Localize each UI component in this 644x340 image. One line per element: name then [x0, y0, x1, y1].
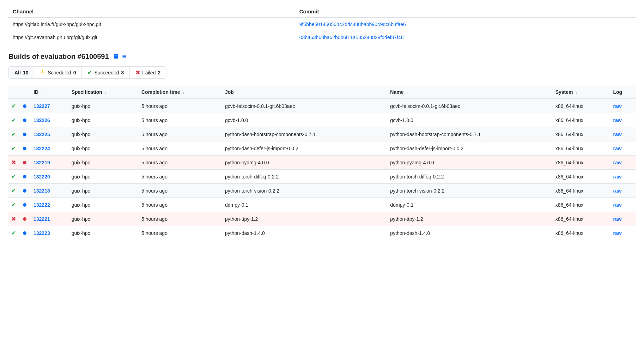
- log-link[interactable]: raw: [613, 146, 621, 151]
- status-cell: ✔: [8, 99, 20, 113]
- failed-icon: ✖: [135, 69, 140, 76]
- commit-header: Commit: [295, 6, 636, 18]
- dot-blue: [23, 203, 26, 207]
- status-cell: ✔: [8, 113, 20, 127]
- build-id-link[interactable]: 132224: [34, 146, 50, 151]
- success-icon: ✔: [11, 230, 16, 236]
- failed-icon: ✖: [11, 159, 16, 165]
- channel-row: https://git.savannah.gnu.org/git/guix.gi…: [8, 31, 636, 44]
- table-row: ✔ 132224 guix-hpc 5 hours ago python-das…: [8, 141, 636, 156]
- name-cell: gcvb-1.0.0: [387, 113, 552, 127]
- dot-blue: [23, 175, 26, 178]
- dot-red: [23, 217, 26, 221]
- name-cell: python-pyamg-4.0.0: [387, 156, 552, 170]
- table-row: ✔ 132222 guix-hpc 5 hours ago ddmpy-0.1 …: [8, 198, 636, 212]
- build-id-link[interactable]: 132223: [34, 230, 50, 236]
- status-cell: ✖: [8, 156, 20, 170]
- system-cell: x86_64-linux: [553, 198, 610, 212]
- id-cell: 132226: [31, 113, 69, 127]
- job-cell: python-torch-diffeq-0.2.2: [222, 170, 387, 184]
- id-cell: 132224: [31, 141, 69, 156]
- table-row: ✖ 132219 guix-hpc 5 hours ago python-pya…: [8, 156, 636, 170]
- monitor-icon[interactable]: [113, 53, 119, 60]
- dot-cell: [20, 141, 31, 156]
- specification-cell: guix-hpc: [69, 156, 139, 170]
- builds-heading-title: Builds of evaluation #6100591: [8, 53, 109, 61]
- dot-cell: [20, 99, 31, 113]
- job-cell: python-torch-vision-0.2.2: [222, 184, 387, 198]
- job-cell: python-dash-defer-js-import-0.0.2: [222, 141, 387, 156]
- log-cell: raw: [610, 113, 636, 127]
- specification-cell: guix-hpc: [69, 184, 139, 198]
- system-cell: x86_64-linux: [553, 226, 610, 240]
- completion-time-cell: 5 hours ago: [139, 113, 222, 127]
- log-link[interactable]: raw: [613, 230, 621, 236]
- scheduled-icon: ⏱: [40, 69, 45, 76]
- success-icon: ✔: [11, 103, 16, 109]
- col-name: Name ↕: [387, 86, 552, 99]
- completion-time-cell: 5 hours ago: [139, 127, 222, 141]
- log-link[interactable]: raw: [613, 160, 621, 165]
- log-cell: raw: [610, 226, 636, 240]
- channels-table: Channel Commit https://gitlab.inria.fr/g…: [8, 6, 636, 44]
- channel-commit[interactable]: 9f5bbe50145056442ddc488babb9049dc6b3fae6: [295, 18, 636, 31]
- tab-label: Failed: [142, 70, 156, 75]
- col-id: ID ↕: [31, 86, 69, 99]
- filter-tab-failed[interactable]: ✖Failed 2: [130, 67, 166, 78]
- dot-cell: [20, 184, 31, 198]
- log-cell: raw: [610, 141, 636, 156]
- build-id-link[interactable]: 132226: [34, 117, 50, 123]
- dot-blue: [23, 104, 26, 108]
- filter-tab-all[interactable]: All 10: [9, 67, 34, 78]
- dot-cell: [20, 212, 31, 226]
- log-link[interactable]: raw: [613, 188, 621, 194]
- id-cell: 132221: [31, 212, 69, 226]
- log-link[interactable]: raw: [613, 202, 621, 208]
- build-id-link[interactable]: 132218: [34, 188, 50, 194]
- dot-cell: [20, 113, 31, 127]
- channel-commit[interactable]: 03b463b68ba62b0b6f11a585240829fddef37f48: [295, 31, 636, 44]
- dot-blue: [23, 189, 26, 193]
- id-cell: 132218: [31, 184, 69, 198]
- dot-blue: [23, 133, 26, 136]
- log-link[interactable]: raw: [613, 174, 621, 180]
- build-id-link[interactable]: 132227: [34, 103, 50, 109]
- log-link[interactable]: raw: [613, 216, 621, 222]
- col-specification: Specification ↕: [69, 86, 139, 99]
- tab-count: 10: [23, 70, 29, 75]
- name-cell: python-torch-diffeq-0.2.2: [387, 170, 552, 184]
- name-cell: python-dash-defer-js-import-0.0.2: [387, 141, 552, 156]
- build-id-link[interactable]: 132225: [34, 132, 50, 137]
- log-cell: raw: [610, 198, 636, 212]
- channel-row: https://gitlab.inria.fr/guix-hpc/guix-hp…: [8, 18, 636, 31]
- id-cell: 132222: [31, 198, 69, 212]
- filter-tab-scheduled[interactable]: ⏱Scheduled 0: [34, 67, 82, 78]
- job-cell: ddmpy-0.1: [222, 198, 387, 212]
- col-status-icon: [8, 86, 20, 99]
- completion-time-cell: 5 hours ago: [139, 212, 222, 226]
- build-id-link[interactable]: 132221: [34, 216, 50, 222]
- id-cell: 132223: [31, 226, 69, 240]
- success-icon: ✔: [11, 202, 16, 208]
- completion-time-cell: 5 hours ago: [139, 156, 222, 170]
- commit-link[interactable]: 03b463b68ba62b0b6f11a585240829fddef37f48: [299, 35, 404, 40]
- log-cell: raw: [610, 156, 636, 170]
- name-cell: python-ttpy-1.2: [387, 212, 552, 226]
- job-cell: python-dash-1.4.0: [222, 226, 387, 240]
- log-link[interactable]: raw: [613, 132, 621, 137]
- filter-tab-succeeded[interactable]: ✔Succeeded 8: [82, 67, 130, 78]
- filter-icon[interactable]: [122, 53, 127, 61]
- log-link[interactable]: raw: [613, 103, 621, 109]
- build-id-link[interactable]: 132222: [34, 202, 50, 208]
- channel-header: Channel: [8, 6, 295, 18]
- success-icon: ✔: [11, 188, 16, 194]
- log-link[interactable]: raw: [613, 117, 621, 123]
- name-cell: gcvb-felsocim-0.0.1-git.6b03aec: [387, 99, 552, 113]
- success-icon: ✔: [11, 117, 16, 123]
- specification-cell: guix-hpc: [69, 198, 139, 212]
- build-id-link[interactable]: 132220: [34, 174, 50, 180]
- log-cell: raw: [610, 99, 636, 113]
- log-cell: raw: [610, 127, 636, 141]
- build-id-link[interactable]: 132219: [34, 160, 50, 165]
- commit-link[interactable]: 9f5bbe50145056442ddc488babb9049dc6b3fae6: [299, 22, 406, 27]
